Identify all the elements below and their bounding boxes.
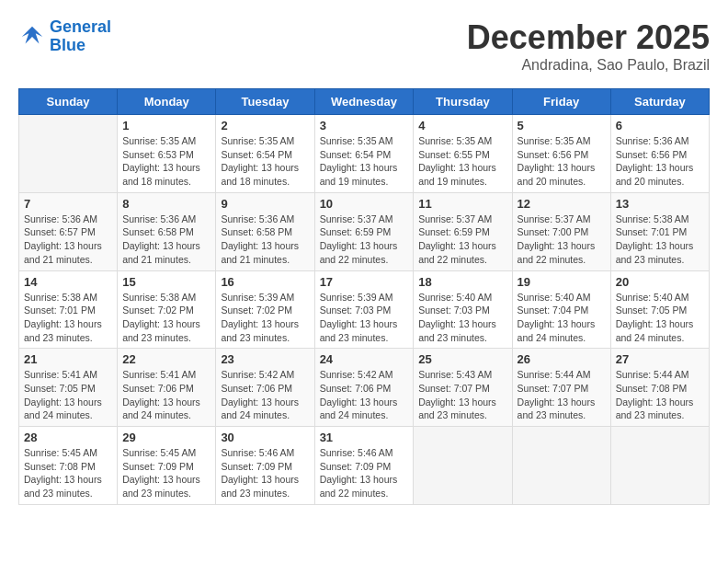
calendar-cell: 11Sunrise: 5:37 AM Sunset: 6:59 PM Dayli… [414,192,512,270]
calendar-cell: 9Sunrise: 5:36 AM Sunset: 6:58 PM Daylig… [216,192,314,270]
cell-content: Sunrise: 5:44 AM Sunset: 7:08 PM Dayligh… [616,368,704,422]
day-number: 30 [221,431,309,444]
calendar-cell: 22Sunrise: 5:41 AM Sunset: 7:06 PM Dayli… [118,349,216,427]
logo-text: General Blue [50,18,111,55]
calendar-cell: 8Sunrise: 5:36 AM Sunset: 6:58 PM Daylig… [118,192,216,270]
day-number: 6 [616,119,704,132]
day-header-sunday: Sunday [19,89,118,115]
week-row-4: 21Sunrise: 5:41 AM Sunset: 7:05 PM Dayli… [19,349,710,427]
cell-content: Sunrise: 5:44 AM Sunset: 7:07 PM Dayligh… [518,368,606,422]
logo: General Blue [18,18,111,55]
day-number: 3 [320,119,409,132]
day-header-wednesday: Wednesday [314,89,414,115]
calendar-cell: 24Sunrise: 5:42 AM Sunset: 7:06 PM Dayli… [314,349,414,427]
calendar-cell [610,427,709,505]
calendar-table: SundayMondayTuesdayWednesdayThursdayFrid… [18,88,710,505]
calendar-cell: 6Sunrise: 5:36 AM Sunset: 6:56 PM Daylig… [610,115,709,193]
week-row-5: 28Sunrise: 5:45 AM Sunset: 7:08 PM Dayli… [19,427,710,505]
calendar-cell: 21Sunrise: 5:41 AM Sunset: 7:05 PM Dayli… [19,349,118,427]
day-number: 17 [320,275,409,289]
week-row-3: 14Sunrise: 5:38 AM Sunset: 7:01 PM Dayli… [19,270,710,349]
cell-content: Sunrise: 5:38 AM Sunset: 7:01 PM Dayligh… [616,213,704,267]
cell-content: Sunrise: 5:40 AM Sunset: 7:04 PM Dayligh… [518,291,606,345]
calendar-cell [512,427,610,505]
cell-content: Sunrise: 5:36 AM Sunset: 6:58 PM Dayligh… [221,213,309,267]
cell-content: Sunrise: 5:41 AM Sunset: 7:06 PM Dayligh… [122,368,210,422]
day-header-monday: Monday [118,89,216,115]
day-header-friday: Friday [512,89,610,115]
cell-content: Sunrise: 5:43 AM Sunset: 7:07 PM Dayligh… [418,368,506,422]
cell-content: Sunrise: 5:38 AM Sunset: 7:02 PM Dayligh… [122,291,210,345]
cell-content: Sunrise: 5:42 AM Sunset: 7:06 PM Dayligh… [320,368,409,422]
cell-content: Sunrise: 5:35 AM Sunset: 6:53 PM Dayligh… [122,134,210,189]
day-number: 26 [518,352,606,366]
week-row-1: 1Sunrise: 5:35 AM Sunset: 6:53 PM Daylig… [19,115,710,193]
day-number: 15 [122,275,210,289]
calendar-body: 1Sunrise: 5:35 AM Sunset: 6:53 PM Daylig… [19,115,710,505]
day-number: 31 [320,431,409,444]
cell-content: Sunrise: 5:45 AM Sunset: 7:08 PM Dayligh… [24,446,112,500]
calendar-cell: 26Sunrise: 5:44 AM Sunset: 7:07 PM Dayli… [512,349,610,427]
day-number: 18 [418,275,506,289]
calendar-cell: 4Sunrise: 5:35 AM Sunset: 6:55 PM Daylig… [414,115,512,193]
calendar-cell: 15Sunrise: 5:38 AM Sunset: 7:02 PM Dayli… [118,270,216,349]
day-number: 16 [221,275,309,289]
page-header: General Blue December 2025 Andradina, Sa… [18,18,710,74]
month-title: December 2025 [467,18,710,57]
calendar-cell: 20Sunrise: 5:40 AM Sunset: 7:05 PM Dayli… [610,270,709,349]
day-number: 20 [616,275,704,289]
day-number: 24 [320,352,409,366]
calendar-cell: 19Sunrise: 5:40 AM Sunset: 7:04 PM Dayli… [512,270,610,349]
cell-content: Sunrise: 5:37 AM Sunset: 6:59 PM Dayligh… [320,213,409,267]
cell-content: Sunrise: 5:35 AM Sunset: 6:55 PM Dayligh… [418,134,506,189]
cell-content: Sunrise: 5:35 AM Sunset: 6:56 PM Dayligh… [518,134,606,189]
day-number: 21 [24,352,112,366]
day-number: 10 [320,197,409,211]
calendar-cell: 23Sunrise: 5:42 AM Sunset: 7:06 PM Dayli… [216,349,314,427]
cell-content: Sunrise: 5:36 AM Sunset: 6:56 PM Dayligh… [616,134,704,189]
calendar-cell: 16Sunrise: 5:39 AM Sunset: 7:02 PM Dayli… [216,270,314,349]
title-section: December 2025 Andradina, Sao Paulo, Braz… [467,18,710,74]
calendar-cell: 29Sunrise: 5:45 AM Sunset: 7:09 PM Dayli… [118,427,216,505]
cell-content: Sunrise: 5:39 AM Sunset: 7:02 PM Dayligh… [221,291,309,345]
day-number: 29 [122,431,210,444]
calendar-cell: 25Sunrise: 5:43 AM Sunset: 7:07 PM Dayli… [414,349,512,427]
day-number: 4 [418,119,506,132]
day-number: 12 [518,197,606,211]
day-number: 28 [24,431,112,444]
day-number: 27 [616,352,704,366]
day-number: 13 [616,197,704,211]
calendar-cell: 5Sunrise: 5:35 AM Sunset: 6:56 PM Daylig… [512,115,610,193]
day-number: 5 [518,119,606,132]
calendar-cell: 12Sunrise: 5:37 AM Sunset: 7:00 PM Dayli… [512,192,610,270]
day-header-thursday: Thursday [414,89,512,115]
day-header-tuesday: Tuesday [216,89,314,115]
day-number: 7 [24,197,112,211]
day-number: 19 [518,275,606,289]
cell-content: Sunrise: 5:41 AM Sunset: 7:05 PM Dayligh… [24,368,112,422]
logo-icon [18,23,46,51]
week-row-2: 7Sunrise: 5:36 AM Sunset: 6:57 PM Daylig… [19,192,710,270]
day-number: 2 [221,119,309,132]
cell-content: Sunrise: 5:46 AM Sunset: 7:09 PM Dayligh… [221,446,309,500]
cell-content: Sunrise: 5:38 AM Sunset: 7:01 PM Dayligh… [24,291,112,345]
calendar-cell: 14Sunrise: 5:38 AM Sunset: 7:01 PM Dayli… [19,270,118,349]
cell-content: Sunrise: 5:36 AM Sunset: 6:58 PM Dayligh… [122,213,210,267]
day-number: 8 [122,197,210,211]
cell-content: Sunrise: 5:45 AM Sunset: 7:09 PM Dayligh… [122,446,210,500]
day-number: 14 [24,275,112,289]
calendar-cell [414,427,512,505]
calendar-cell: 31Sunrise: 5:46 AM Sunset: 7:09 PM Dayli… [314,427,414,505]
cell-content: Sunrise: 5:35 AM Sunset: 6:54 PM Dayligh… [221,134,309,189]
day-number: 23 [221,352,309,366]
calendar-cell: 10Sunrise: 5:37 AM Sunset: 6:59 PM Dayli… [314,192,414,270]
days-header: SundayMondayTuesdayWednesdayThursdayFrid… [19,89,710,115]
cell-content: Sunrise: 5:46 AM Sunset: 7:09 PM Dayligh… [320,446,409,500]
cell-content: Sunrise: 5:42 AM Sunset: 7:06 PM Dayligh… [221,368,309,422]
calendar-cell [19,115,118,193]
cell-content: Sunrise: 5:37 AM Sunset: 6:59 PM Dayligh… [418,213,506,267]
calendar-cell: 13Sunrise: 5:38 AM Sunset: 7:01 PM Dayli… [610,192,709,270]
calendar-cell: 28Sunrise: 5:45 AM Sunset: 7:08 PM Dayli… [19,427,118,505]
calendar-cell: 1Sunrise: 5:35 AM Sunset: 6:53 PM Daylig… [118,115,216,193]
cell-content: Sunrise: 5:40 AM Sunset: 7:05 PM Dayligh… [616,291,704,345]
